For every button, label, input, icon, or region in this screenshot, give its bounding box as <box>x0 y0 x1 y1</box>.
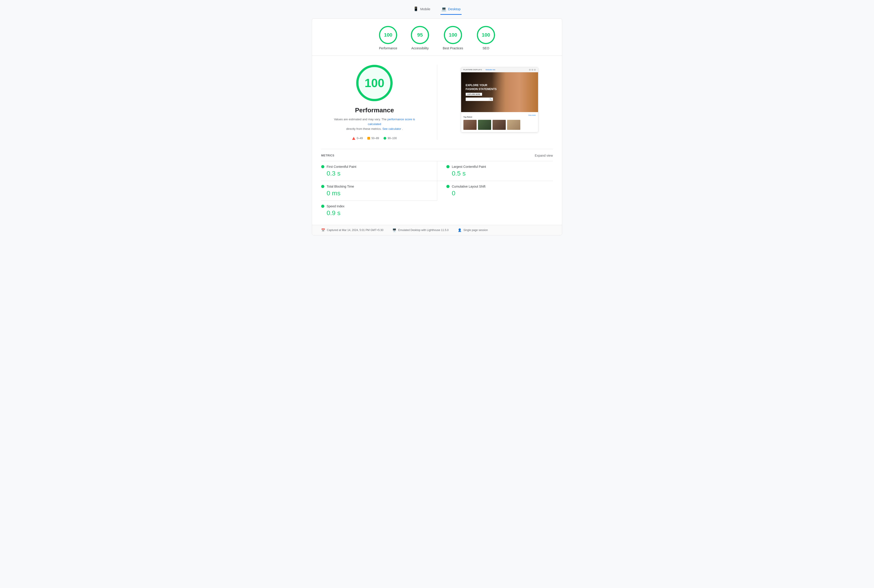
preview-view-more[interactable]: View more <box>528 114 536 116</box>
metric-tbt: Total Blocking Time 0 ms <box>321 181 437 201</box>
metric-fcp-name-row: First Contentful Paint <box>321 165 428 168</box>
thumbnail-2 <box>478 120 491 130</box>
tab-bar: 📱 Mobile 💻 Desktop <box>312 4 562 15</box>
metric-fcp: First Contentful Paint 0.3 s <box>321 161 437 181</box>
scores-row: 100 Performance 95 Accessibility 100 Bes… <box>321 26 553 50</box>
tab-desktop[interactable]: 💻 Desktop <box>441 4 462 15</box>
metric-fcp-name: First Contentful Paint <box>326 165 357 168</box>
metric-fcp-value: 0.3 s <box>326 170 428 177</box>
desc-suffix: . <box>402 127 403 130</box>
big-score-value: 100 <box>365 76 384 90</box>
footer-emulated: 🖥️ Emulated Desktop with Lighthouse 11.5… <box>393 228 448 232</box>
hero-content: EXPLORE YOURFASHION STATEMENTS EXPLORE M… <box>461 79 501 106</box>
pass-icon <box>384 137 386 140</box>
preview-hero: EXPLORE YOURFASHION STATEMENTS EXPLORE M… <box>461 72 538 112</box>
footer-session-text: Single page session <box>463 228 488 232</box>
metrics-title: METRICS <box>321 154 334 157</box>
thumbnail-3 <box>492 120 506 130</box>
score-value-accessibility: 95 <box>417 32 423 38</box>
big-score-circle: 100 <box>356 65 393 101</box>
metric-lcp: Largest Contentful Paint 0.5 s <box>437 161 553 181</box>
preview-thumbnails <box>463 120 536 130</box>
score-value-seo: 100 <box>481 32 490 38</box>
hero-search-bar: 🔍 <box>466 98 493 101</box>
metric-lcp-name: Largest Contentful Paint <box>452 165 486 168</box>
tab-mobile-label: Mobile <box>420 7 430 11</box>
tab-mobile[interactable]: 📱 Mobile <box>412 4 431 15</box>
browser-title: PLAYFARE DISPLAYS <box>463 69 482 71</box>
website-preview: PLAYFARE DISPLAYS Website link EXPLORE Y… <box>461 67 538 132</box>
vertical-divider <box>437 65 437 140</box>
legend-average: 50–89 <box>367 136 379 140</box>
metric-si-name: Speed Index <box>326 204 344 208</box>
browser-dots <box>529 69 536 71</box>
score-circle-performance: 100 <box>379 26 397 44</box>
calendar-icon: 📅 <box>321 228 325 232</box>
thumbnail-4 <box>507 120 520 130</box>
metric-si-dot <box>321 205 324 208</box>
score-circle-accessibility: 95 <box>411 26 429 44</box>
monitor-icon: 🖥️ <box>393 228 396 232</box>
score-best-practices: 100 Best Practices <box>443 26 463 50</box>
pass-range: 90–100 <box>388 136 397 140</box>
metric-lcp-dot <box>446 165 450 168</box>
page-footer: 📅 Captured at Mar 14, 2024, 5:01 PM GMT+… <box>312 225 562 235</box>
metrics-grid: First Contentful Paint 0.3 s Largest Con… <box>321 161 553 220</box>
score-value-best-practices: 100 <box>449 32 457 38</box>
fail-range: 0–49 <box>357 136 363 140</box>
preview-section-title: Top Rated <box>463 116 472 118</box>
metric-cls-value: 0 <box>452 190 553 197</box>
score-label-performance: Performance <box>379 46 397 50</box>
calculator-link[interactable]: See calculator <box>382 127 402 130</box>
average-icon <box>367 137 370 140</box>
metric-si: Speed Index 0.9 s <box>321 201 437 220</box>
content-area: 100 Performance Values are estimated and… <box>321 56 553 149</box>
hero-explore-btn[interactable]: EXPLORE MORE <box>466 93 482 96</box>
score-label-seo: SEO <box>483 46 489 50</box>
metric-cls: Cumulative Layout Shift 0 <box>437 181 553 201</box>
metric-cls-name: Cumulative Layout Shift <box>452 184 486 188</box>
fail-icon <box>352 137 355 140</box>
hero-search-btn[interactable]: 🔍 <box>489 98 493 101</box>
thumbnail-1 <box>463 120 477 130</box>
left-panel: 100 Performance Values are estimated and… <box>321 65 428 140</box>
metrics-section: METRICS Expand view First Contentful Pai… <box>321 149 553 220</box>
metric-tbt-name-row: Total Blocking Time <box>321 184 428 188</box>
metric-si-name-row: Speed Index <box>321 204 428 208</box>
right-panel: PLAYFARE DISPLAYS Website link EXPLORE Y… <box>446 65 553 140</box>
score-performance: 100 Performance <box>379 26 397 50</box>
metric-tbt-dot <box>321 185 324 188</box>
hero-title: EXPLORE YOURFASHION STATEMENTS <box>466 84 496 91</box>
metric-cls-dot <box>446 185 450 188</box>
desktop-icon: 💻 <box>441 6 446 11</box>
metric-tbt-value: 0 ms <box>326 190 428 197</box>
browser-bar: PLAYFARE DISPLAYS Website link <box>461 67 538 72</box>
metric-tbt-name: Total Blocking Time <box>326 184 354 188</box>
metric-si-value: 0.9 s <box>326 209 428 217</box>
browser-url: Website link <box>486 69 495 71</box>
footer-emulated-text: Emulated Desktop with Lighthouse 11.5.0 <box>398 228 448 232</box>
page-wrapper: 📱 Mobile 💻 Desktop 100 Performance 95 Ac… <box>312 4 562 584</box>
metric-cls-name-row: Cumulative Layout Shift <box>446 184 553 188</box>
metric-lcp-value: 0.5 s <box>452 170 553 177</box>
performance-description: Values are estimated and may vary. The p… <box>334 117 415 131</box>
footer-capture-text: Captured at Mar 14, 2024, 5:01 PM GMT+5:… <box>327 228 383 232</box>
metric-fcp-dot <box>321 165 324 168</box>
user-icon: 👤 <box>458 228 462 232</box>
hero-search-input[interactable] <box>466 98 489 101</box>
score-seo: 100 SEO <box>477 26 495 50</box>
score-circle-best-practices: 100 <box>444 26 462 44</box>
metrics-header: METRICS Expand view <box>321 154 553 158</box>
legend-pass: 90–100 <box>384 136 397 140</box>
expand-view-btn[interactable]: Expand view <box>535 154 553 158</box>
score-value-performance: 100 <box>384 32 393 38</box>
average-range: 50–89 <box>372 136 379 140</box>
score-label-best-practices: Best Practices <box>443 46 463 50</box>
footer-session: 👤 Single page session <box>458 228 488 232</box>
footer-capture: 📅 Captured at Mar 14, 2024, 5:01 PM GMT+… <box>321 228 383 232</box>
mobile-icon: 📱 <box>413 6 418 11</box>
browser-dot-3 <box>534 69 536 71</box>
metric-lcp-name-row: Largest Contentful Paint <box>446 165 553 168</box>
desc-static: Values are estimated and may vary. The <box>334 117 387 121</box>
score-label-accessibility: Accessibility <box>411 46 429 50</box>
